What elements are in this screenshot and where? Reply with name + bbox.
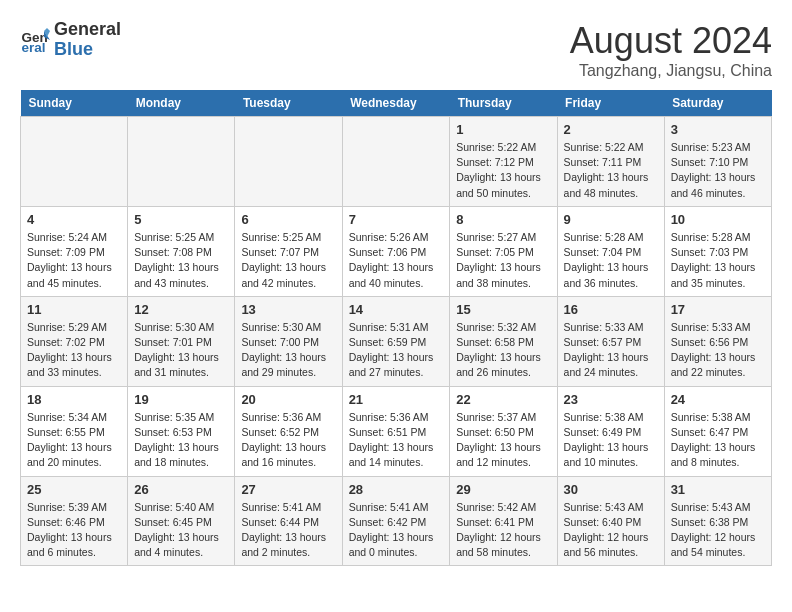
day-number: 6 bbox=[241, 212, 335, 227]
calendar-cell: 20Sunrise: 5:36 AM Sunset: 6:52 PM Dayli… bbox=[235, 386, 342, 476]
calendar-cell: 1Sunrise: 5:22 AM Sunset: 7:12 PM Daylig… bbox=[450, 117, 557, 207]
day-info: Sunrise: 5:37 AM Sunset: 6:50 PM Dayligh… bbox=[456, 410, 550, 471]
calendar-cell: 25Sunrise: 5:39 AM Sunset: 6:46 PM Dayli… bbox=[21, 476, 128, 566]
calendar-cell: 6Sunrise: 5:25 AM Sunset: 7:07 PM Daylig… bbox=[235, 206, 342, 296]
day-info: Sunrise: 5:31 AM Sunset: 6:59 PM Dayligh… bbox=[349, 320, 444, 381]
calendar-cell: 5Sunrise: 5:25 AM Sunset: 7:08 PM Daylig… bbox=[128, 206, 235, 296]
svg-text:eral: eral bbox=[22, 40, 46, 55]
calendar-cell: 8Sunrise: 5:27 AM Sunset: 7:05 PM Daylig… bbox=[450, 206, 557, 296]
day-info: Sunrise: 5:24 AM Sunset: 7:09 PM Dayligh… bbox=[27, 230, 121, 291]
day-info: Sunrise: 5:28 AM Sunset: 7:03 PM Dayligh… bbox=[671, 230, 765, 291]
day-info: Sunrise: 5:36 AM Sunset: 6:52 PM Dayligh… bbox=[241, 410, 335, 471]
calendar-cell: 14Sunrise: 5:31 AM Sunset: 6:59 PM Dayli… bbox=[342, 296, 450, 386]
day-info: Sunrise: 5:33 AM Sunset: 6:56 PM Dayligh… bbox=[671, 320, 765, 381]
calendar-cell: 23Sunrise: 5:38 AM Sunset: 6:49 PM Dayli… bbox=[557, 386, 664, 476]
calendar-cell: 31Sunrise: 5:43 AM Sunset: 6:38 PM Dayli… bbox=[664, 476, 771, 566]
title-block: August 2024 Tangzhang, Jiangsu, China bbox=[570, 20, 772, 80]
day-number: 16 bbox=[564, 302, 658, 317]
day-number: 31 bbox=[671, 482, 765, 497]
day-info: Sunrise: 5:33 AM Sunset: 6:57 PM Dayligh… bbox=[564, 320, 658, 381]
calendar-cell: 7Sunrise: 5:26 AM Sunset: 7:06 PM Daylig… bbox=[342, 206, 450, 296]
day-header-wednesday: Wednesday bbox=[342, 90, 450, 117]
day-info: Sunrise: 5:25 AM Sunset: 7:07 PM Dayligh… bbox=[241, 230, 335, 291]
day-info: Sunrise: 5:23 AM Sunset: 7:10 PM Dayligh… bbox=[671, 140, 765, 201]
calendar-cell: 2Sunrise: 5:22 AM Sunset: 7:11 PM Daylig… bbox=[557, 117, 664, 207]
day-header-thursday: Thursday bbox=[450, 90, 557, 117]
day-number: 13 bbox=[241, 302, 335, 317]
calendar-cell: 11Sunrise: 5:29 AM Sunset: 7:02 PM Dayli… bbox=[21, 296, 128, 386]
month-title: August 2024 bbox=[570, 20, 772, 62]
day-header-tuesday: Tuesday bbox=[235, 90, 342, 117]
calendar-cell: 4Sunrise: 5:24 AM Sunset: 7:09 PM Daylig… bbox=[21, 206, 128, 296]
day-number: 5 bbox=[134, 212, 228, 227]
calendar-cell: 24Sunrise: 5:38 AM Sunset: 6:47 PM Dayli… bbox=[664, 386, 771, 476]
day-number: 3 bbox=[671, 122, 765, 137]
day-number: 15 bbox=[456, 302, 550, 317]
day-info: Sunrise: 5:41 AM Sunset: 6:42 PM Dayligh… bbox=[349, 500, 444, 561]
day-number: 23 bbox=[564, 392, 658, 407]
day-header-monday: Monday bbox=[128, 90, 235, 117]
day-info: Sunrise: 5:26 AM Sunset: 7:06 PM Dayligh… bbox=[349, 230, 444, 291]
day-info: Sunrise: 5:22 AM Sunset: 7:11 PM Dayligh… bbox=[564, 140, 658, 201]
day-number: 11 bbox=[27, 302, 121, 317]
calendar-cell: 15Sunrise: 5:32 AM Sunset: 6:58 PM Dayli… bbox=[450, 296, 557, 386]
calendar-cell: 29Sunrise: 5:42 AM Sunset: 6:41 PM Dayli… bbox=[450, 476, 557, 566]
day-info: Sunrise: 5:35 AM Sunset: 6:53 PM Dayligh… bbox=[134, 410, 228, 471]
day-info: Sunrise: 5:30 AM Sunset: 7:01 PM Dayligh… bbox=[134, 320, 228, 381]
calendar-cell: 21Sunrise: 5:36 AM Sunset: 6:51 PM Dayli… bbox=[342, 386, 450, 476]
day-number: 19 bbox=[134, 392, 228, 407]
calendar-cell: 10Sunrise: 5:28 AM Sunset: 7:03 PM Dayli… bbox=[664, 206, 771, 296]
day-number: 28 bbox=[349, 482, 444, 497]
calendar-cell: 12Sunrise: 5:30 AM Sunset: 7:01 PM Dayli… bbox=[128, 296, 235, 386]
calendar-cell bbox=[128, 117, 235, 207]
day-number: 10 bbox=[671, 212, 765, 227]
calendar-cell: 3Sunrise: 5:23 AM Sunset: 7:10 PM Daylig… bbox=[664, 117, 771, 207]
logo: Gen eral General Blue bbox=[20, 20, 121, 60]
day-number: 2 bbox=[564, 122, 658, 137]
day-number: 4 bbox=[27, 212, 121, 227]
logo-icon: Gen eral bbox=[20, 25, 50, 55]
calendar-cell: 28Sunrise: 5:41 AM Sunset: 6:42 PM Dayli… bbox=[342, 476, 450, 566]
day-info: Sunrise: 5:41 AM Sunset: 6:44 PM Dayligh… bbox=[241, 500, 335, 561]
day-info: Sunrise: 5:43 AM Sunset: 6:40 PM Dayligh… bbox=[564, 500, 658, 561]
day-number: 26 bbox=[134, 482, 228, 497]
calendar-week-row: 25Sunrise: 5:39 AM Sunset: 6:46 PM Dayli… bbox=[21, 476, 772, 566]
day-number: 14 bbox=[349, 302, 444, 317]
day-info: Sunrise: 5:32 AM Sunset: 6:58 PM Dayligh… bbox=[456, 320, 550, 381]
calendar-cell: 30Sunrise: 5:43 AM Sunset: 6:40 PM Dayli… bbox=[557, 476, 664, 566]
calendar-week-row: 4Sunrise: 5:24 AM Sunset: 7:09 PM Daylig… bbox=[21, 206, 772, 296]
calendar-header-row: SundayMondayTuesdayWednesdayThursdayFrid… bbox=[21, 90, 772, 117]
day-info: Sunrise: 5:43 AM Sunset: 6:38 PM Dayligh… bbox=[671, 500, 765, 561]
logo-text: General Blue bbox=[54, 20, 121, 60]
calendar-cell bbox=[342, 117, 450, 207]
day-info: Sunrise: 5:22 AM Sunset: 7:12 PM Dayligh… bbox=[456, 140, 550, 201]
day-number: 7 bbox=[349, 212, 444, 227]
calendar-cell: 16Sunrise: 5:33 AM Sunset: 6:57 PM Dayli… bbox=[557, 296, 664, 386]
calendar-cell: 22Sunrise: 5:37 AM Sunset: 6:50 PM Dayli… bbox=[450, 386, 557, 476]
calendar-week-row: 11Sunrise: 5:29 AM Sunset: 7:02 PM Dayli… bbox=[21, 296, 772, 386]
day-number: 8 bbox=[456, 212, 550, 227]
day-number: 30 bbox=[564, 482, 658, 497]
logo-line1: General bbox=[54, 20, 121, 40]
day-number: 27 bbox=[241, 482, 335, 497]
calendar-week-row: 18Sunrise: 5:34 AM Sunset: 6:55 PM Dayli… bbox=[21, 386, 772, 476]
day-header-saturday: Saturday bbox=[664, 90, 771, 117]
day-info: Sunrise: 5:29 AM Sunset: 7:02 PM Dayligh… bbox=[27, 320, 121, 381]
day-info: Sunrise: 5:28 AM Sunset: 7:04 PM Dayligh… bbox=[564, 230, 658, 291]
calendar-cell bbox=[21, 117, 128, 207]
day-number: 18 bbox=[27, 392, 121, 407]
calendar-week-row: 1Sunrise: 5:22 AM Sunset: 7:12 PM Daylig… bbox=[21, 117, 772, 207]
day-info: Sunrise: 5:40 AM Sunset: 6:45 PM Dayligh… bbox=[134, 500, 228, 561]
day-info: Sunrise: 5:38 AM Sunset: 6:47 PM Dayligh… bbox=[671, 410, 765, 471]
day-number: 29 bbox=[456, 482, 550, 497]
day-info: Sunrise: 5:36 AM Sunset: 6:51 PM Dayligh… bbox=[349, 410, 444, 471]
calendar-cell bbox=[235, 117, 342, 207]
day-info: Sunrise: 5:38 AM Sunset: 6:49 PM Dayligh… bbox=[564, 410, 658, 471]
day-number: 12 bbox=[134, 302, 228, 317]
calendar-cell: 26Sunrise: 5:40 AM Sunset: 6:45 PM Dayli… bbox=[128, 476, 235, 566]
logo-line2: Blue bbox=[54, 40, 121, 60]
calendar-cell: 17Sunrise: 5:33 AM Sunset: 6:56 PM Dayli… bbox=[664, 296, 771, 386]
calendar-cell: 27Sunrise: 5:41 AM Sunset: 6:44 PM Dayli… bbox=[235, 476, 342, 566]
day-info: Sunrise: 5:27 AM Sunset: 7:05 PM Dayligh… bbox=[456, 230, 550, 291]
day-number: 17 bbox=[671, 302, 765, 317]
